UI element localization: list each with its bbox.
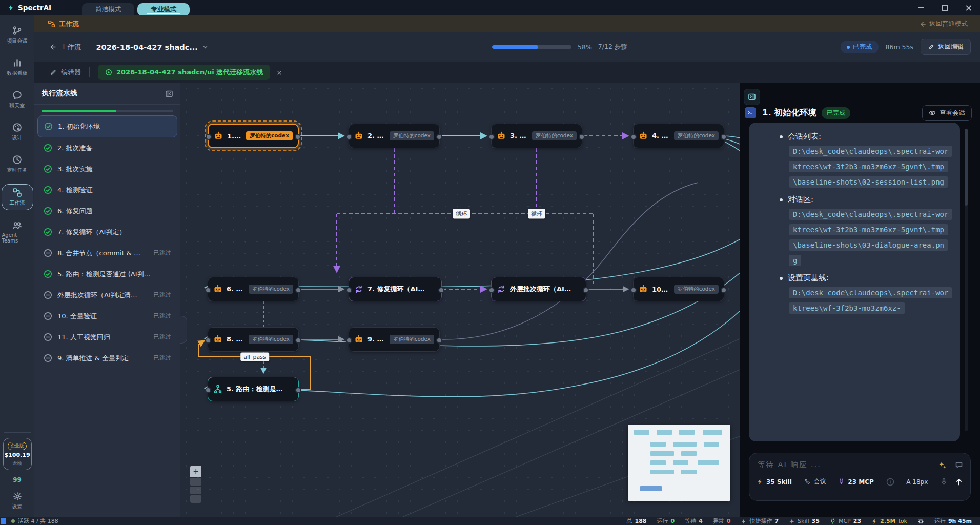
tab-simple-mode[interactable]: 简洁模式 [82, 3, 134, 15]
rail-item-design[interactable]: 设计 [2, 119, 33, 145]
mic-button[interactable] [940, 478, 948, 486]
plan-card[interactable]: 企业版 $100.19 余额 [3, 438, 32, 470]
view-session-button[interactable]: 查看会话 [922, 105, 972, 121]
rail-label: 定时任务 [7, 167, 28, 174]
rail-item-chatroom[interactable]: 聊天室 [2, 87, 33, 112]
node-4-detect-verify[interactable]: 4. 检… 罗伯特的codex [633, 124, 724, 148]
rail-item-scheduled-tasks[interactable]: 定时任务 [2, 152, 33, 177]
skill-count-button[interactable]: 35 Skill [757, 478, 792, 486]
scrollbar-thumb[interactable] [965, 129, 968, 206]
step-label: 外层批次循环（AI判定清… [57, 291, 149, 300]
font-size-button[interactable]: A 18px [906, 478, 928, 486]
taskbar-app-icon[interactable] [1, 518, 6, 524]
pipeline-step-2[interactable]: 2. 批次准备 [37, 137, 177, 158]
minimize-button[interactable] [909, 0, 933, 15]
rail-item-dashboard[interactable]: 数据看板 [2, 55, 33, 80]
node-7-fix-loop[interactable]: 7. 修复循环（AI… [349, 277, 442, 301]
close-tab-button[interactable] [276, 67, 282, 77]
pipeline-step-6[interactable]: 6. 修复问题 [37, 200, 177, 221]
node-1-init-env[interactable]: 1. … 罗伯特的codex [208, 124, 299, 148]
node-label: 6. 修… [227, 285, 244, 294]
rail-item-workflow[interactable]: 工作流 [2, 184, 33, 210]
close-button[interactable] [956, 0, 980, 15]
step-label: 2. 批次准备 [57, 144, 171, 153]
terminal-glyph [747, 109, 754, 116]
composer-input[interactable] [757, 460, 938, 469]
editor-tab[interactable]: 编辑器 [50, 68, 81, 77]
pipeline-step-4[interactable]: 4. 检测验证 [37, 179, 177, 200]
mode-tabs: 简洁模式 专业模式 [82, 0, 190, 15]
node-8-merge[interactable]: 8. 合… 罗伯特的codex [208, 327, 299, 352]
stat-skill[interactable]: Skill35 [789, 518, 820, 524]
sparkles-icon[interactable] [938, 459, 947, 469]
minimap[interactable] [628, 425, 730, 501]
check-circle-icon [44, 144, 52, 152]
detail-scrollbar[interactable] [965, 129, 968, 431]
status-label: 已完成 [853, 43, 872, 51]
tab-pro-mode[interactable]: 专业模式 [137, 3, 190, 15]
return-to-edit-button[interactable]: 返回编辑 [921, 39, 971, 55]
node-label: 5. 路由：检测是… [227, 385, 283, 394]
node-3-batch-implement[interactable]: 3. 批… 罗伯特的codex [491, 124, 582, 148]
pipeline-step-7[interactable]: 7. 修复循环（AI判定） [37, 221, 177, 243]
ai-composer: 35 Skill 会议 23 MCP A 18px [749, 453, 971, 501]
pipeline-step-outer-loop[interactable]: 外层批次循环（AI判定清… 已跳过 [37, 285, 177, 306]
rail-item-project-sessions[interactable]: 项目会话 [2, 23, 33, 48]
node-10-full-verify[interactable]: 10. … 罗伯特的codex [633, 277, 724, 301]
editor-label: 编辑器 [61, 68, 81, 77]
send-button[interactable] [955, 478, 963, 486]
workflow-title-dropdown[interactable]: 2026-18-04-427 shadc... [96, 43, 209, 51]
stat-debug[interactable] [917, 518, 924, 524]
edge-label-all-pass: all_pass [240, 353, 269, 361]
workflow-header: 工作流 2026-18-04-427 shadc... 58% 7/12 步骤 … [34, 32, 980, 62]
mcp-count-button[interactable]: 23 MCP [838, 478, 873, 486]
robot-icon [213, 335, 222, 344]
chat-mode-icon[interactable] [955, 459, 963, 469]
pipeline-step-3[interactable]: 3. 批次实施 [37, 158, 177, 179]
info-button[interactable] [886, 478, 894, 486]
step-label: 9. 清单推进 & 全量判定 [57, 354, 149, 363]
pipeline-step-11[interactable]: 11. 人工视觉回归 已跳过 [37, 327, 177, 348]
workflow-canvas[interactable]: 1. … 罗伯特的codex 2. 批… 罗伯特的codex 3. 批… 罗伯特… [180, 83, 740, 517]
collapse-panel-button[interactable] [165, 89, 173, 98]
pipeline-tab-active[interactable]: 2026-18-04-427 shadcn/ui 迭代迁移流水线 [98, 65, 270, 80]
pipeline-step-8[interactable]: 8. 合并节点（commit & … 已跳过 [37, 243, 177, 264]
node-outer-batch-loop[interactable]: 外层批次循环（AI… [491, 277, 586, 301]
robot-icon [639, 285, 648, 294]
notification-count[interactable]: 99 [13, 476, 22, 483]
node-label: 10. … [652, 286, 670, 293]
zoom-in-button[interactable]: + [190, 466, 201, 477]
node-9-checklist[interactable]: 9. 清… 罗伯特的codex [349, 327, 440, 352]
bullet-label: 设置页基线: [788, 273, 829, 283]
node-2-batch-prepare[interactable]: 2. 批… 罗伯特的codex [349, 124, 440, 148]
pipeline-step-10[interactable]: 10. 全量验证 已跳过 [37, 306, 177, 327]
meeting-button[interactable]: 会议 [804, 477, 826, 486]
pipeline-step-9[interactable]: 9. 清单推进 & 全量判定 已跳过 [37, 348, 177, 369]
rail-item-agent-teams[interactable]: Agent Teams [2, 217, 33, 247]
node-5-route[interactable]: 5. 路由：检测是… [208, 377, 299, 401]
rail-item-settings[interactable]: 设置 [12, 492, 23, 510]
check-circle-icon [44, 228, 52, 236]
maximize-button[interactable] [933, 0, 956, 15]
gear-icon [13, 492, 22, 501]
back-to-workflows-button[interactable]: 工作流 [49, 43, 81, 52]
zoom-segment [190, 487, 201, 494]
bug-icon [917, 518, 924, 524]
stat-mcp[interactable]: MCP23 [830, 518, 861, 524]
minimap-content [628, 425, 730, 501]
eye-icon [929, 109, 936, 116]
stat-quick-actions[interactable]: 快捷操作7 [741, 517, 779, 525]
check-circle-icon [44, 122, 53, 131]
balance-label: 余额 [13, 460, 22, 467]
pipeline-step-1[interactable]: 1. 初始化环境 [37, 115, 177, 137]
window-controls [909, 0, 980, 15]
target-icon [105, 69, 112, 76]
bullet-dot [780, 277, 783, 280]
back-to-normal-mode-link[interactable]: 返回普通模式 [919, 19, 968, 28]
skipped-tag: 已跳过 [154, 333, 172, 341]
node-6-fix-issues[interactable]: 6. 修… 罗伯特的codex [208, 277, 299, 301]
canvas-zoom-control[interactable]: + [190, 466, 201, 503]
pipeline-step-5[interactable]: 5. 路由：检测是否通过 (AI判… [37, 264, 177, 285]
panel-resize-handle[interactable] [180, 316, 187, 344]
agent-badge: 罗伯特的codex [249, 285, 293, 294]
